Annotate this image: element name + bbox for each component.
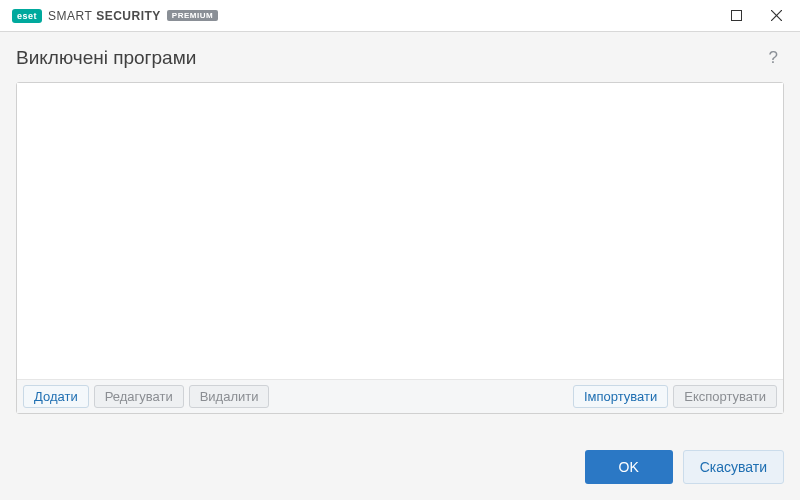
excluded-apps-panel: Додати Редагувати Видалити Імпортувати Е… — [16, 82, 784, 414]
export-button: Експортувати — [673, 385, 777, 408]
toolbar-right-group: Імпортувати Експортувати — [573, 385, 777, 408]
excluded-apps-list[interactable] — [17, 83, 783, 379]
page-title: Виключені програми — [16, 47, 196, 69]
header-row: Виключені програми ? — [16, 46, 784, 70]
brand: eset SMART SECURITY PREMIUM — [12, 9, 218, 23]
brand-name-bold: SECURITY — [96, 9, 161, 23]
import-button[interactable]: Імпортувати — [573, 385, 668, 408]
window-controls — [716, 1, 796, 31]
brand-logo: eset — [12, 9, 42, 23]
maximize-button[interactable] — [716, 1, 756, 31]
svg-rect-0 — [731, 11, 741, 21]
brand-text: SMART SECURITY — [48, 9, 161, 23]
dialog-footer: OK Скасувати — [16, 450, 784, 484]
brand-badge: PREMIUM — [167, 10, 218, 21]
maximize-icon — [731, 10, 742, 21]
brand-name-thin: SMART — [48, 9, 92, 23]
list-toolbar: Додати Редагувати Видалити Імпортувати Е… — [17, 379, 783, 413]
ok-button[interactable]: OK — [585, 450, 673, 484]
close-button[interactable] — [756, 1, 796, 31]
titlebar: eset SMART SECURITY PREMIUM — [0, 0, 800, 32]
edit-button: Редагувати — [94, 385, 184, 408]
add-button[interactable]: Додати — [23, 385, 89, 408]
content-area: Виключені програми ? Додати Редагувати В… — [0, 32, 800, 500]
delete-button: Видалити — [189, 385, 270, 408]
cancel-button[interactable]: Скасувати — [683, 450, 784, 484]
help-button[interactable]: ? — [763, 46, 784, 70]
toolbar-left-group: Додати Редагувати Видалити — [23, 385, 269, 408]
close-icon — [771, 10, 782, 21]
